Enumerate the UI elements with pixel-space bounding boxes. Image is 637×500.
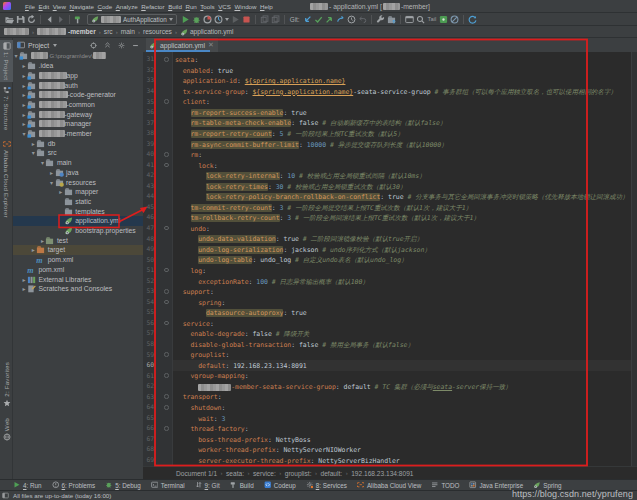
tree-item-java[interactable]: ▸java [13,167,143,177]
breadcrumb-item[interactable]: -member [37,28,96,35]
locate-icon[interactable] [90,42,97,49]
menu-window[interactable]: Window [234,3,256,10]
code-line-45[interactable]: 45 tm-commit-retry-count: 3 # 一阶段全局提交结果上… [143,202,637,213]
tree-item-auth[interactable]: ▸auth [13,80,143,90]
code-line-51[interactable]: 51 log: [143,265,637,276]
fold-marker-icon[interactable] [164,152,169,157]
chevron-down-icon[interactable] [225,18,229,21]
tree-item-root[interactable]: ▾G:\program\dev\ [13,51,143,61]
fold-marker-icon[interactable] [164,352,169,357]
tree-item-bootstrap.properties[interactable]: bootstrap.properties [13,226,143,236]
fold-marker-icon[interactable] [164,300,169,305]
rollback-icon-button[interactable] [335,14,346,25]
stripe-alibaba-cloud-explorer[interactable]: Alibaba Cloud Explorer [0,138,13,220]
code-line-41[interactable]: 41 lock: [143,160,637,171]
collapse-all-icon[interactable] [104,42,111,49]
reload-icon-button[interactable] [467,14,478,25]
editor-breadcrumb-item[interactable]: seata: [226,470,244,477]
tree-item-db[interactable]: ▸db [13,138,143,148]
toolwindow-build[interactable]: Build [230,481,254,489]
stop-icon-button[interactable] [241,14,252,25]
menu-navigate[interactable]: Navigate [69,3,93,10]
code-line-32[interactable]: 32 enabled: true [143,65,637,76]
tree-item-test[interactable]: ▸test [13,235,143,245]
debug-icon-button[interactable] [191,14,202,25]
stripe--favorites[interactable]: 2: Favorites [0,360,13,409]
sync-icon-button[interactable] [26,14,37,25]
stripe--project[interactable]: 1: Project [0,40,13,82]
tree-item-static[interactable]: static [13,196,143,206]
fold-marker-icon[interactable] [164,426,169,431]
code-line-37[interactable]: 37 rm-table-meta-check-enable: false # 自… [143,118,637,129]
code-line-56[interactable]: 56 service: [143,318,637,329]
menu-analyze[interactable]: Analyze [116,3,138,10]
forward-icon-button[interactable] [55,14,66,25]
code-line-59[interactable]: 59 grouplist: [143,350,637,361]
tree-item--code-generator[interactable]: ▸-code-generator [13,90,143,100]
open-folder-icon-button[interactable] [4,14,15,25]
code-line-43[interactable]: 43 lock-retry-times: 30 # 校验或占用全局锁重试次数（默… [143,181,637,192]
gear-icon[interactable] [118,42,125,49]
menu-help[interactable]: Help [260,3,273,10]
code-line-61[interactable]: 61 vgroup-mapping: [143,371,637,382]
fold-marker-icon[interactable] [164,405,169,410]
code-line-33[interactable]: 33 application-id: ${spring.application.… [143,76,637,87]
menu-view[interactable]: View [53,3,66,10]
terminal-run-icon-button[interactable] [404,14,415,25]
copy-dim-icon-button[interactable] [259,14,270,25]
code-area[interactable]: 31seata:32 enabled: true33 application-i… [143,52,637,466]
tree-item-mapper[interactable]: ▸mapper [13,187,143,197]
code-line-58[interactable]: 58 disable-global-transaction: false # 禁… [143,339,637,350]
code-line-49[interactable]: 49 undo-log-serialization: jackson # und… [143,244,637,255]
project-view-caret-icon[interactable] [53,44,57,47]
fold-marker-icon[interactable] [164,99,169,104]
tree-item--gateway[interactable]: ▸-gateway [13,109,143,119]
remote-run-icon-button[interactable] [438,14,449,25]
toolwindow-terminal[interactable]: Terminal [151,481,185,489]
code-line-39[interactable]: 39 rm-async-commit-buffer-limit: 10000 #… [143,139,637,150]
code-line-52[interactable]: 52 exceptionRate: 100 # 日志异常输出概率（默认100） [143,276,637,287]
code-line-60[interactable]: 60 default: 192.168.23.134:8091 [143,360,637,371]
menu-tools[interactable]: Tools [200,3,214,10]
breadcrumb-item[interactable]: application.yml [180,28,234,36]
fold-marker-icon[interactable] [164,373,169,378]
forbid-icon-button[interactable] [449,14,460,25]
tree-item--member[interactable]: ▾-member [13,129,143,139]
code-line-53[interactable]: 53 support: [143,286,637,297]
tree-item-main[interactable]: ▾main [13,158,143,168]
hide-icon[interactable] [132,42,139,49]
copy-dim-icon-button[interactable] [270,14,281,25]
stripe--structure[interactable]: 7: Structure [0,84,13,132]
tail-label[interactable]: Tail [428,16,437,22]
code-line-69[interactable]: 69 server-executor-thread-prefix: NettyS… [143,455,637,466]
toolwindow-alibaba-cloud-view[interactable]: Alibaba Cloud View [357,481,422,489]
breadcrumb-item[interactable]: resources [143,28,172,35]
tree-item-manager[interactable]: ▸manager [13,119,143,129]
run-icon-button[interactable] [180,14,191,25]
editor-breadcrumb-item[interactable]: service: [253,470,276,477]
menu-edit[interactable]: Edit [38,3,49,10]
code-line-54[interactable]: 54 spring: [143,297,637,308]
fold-marker-icon[interactable] [164,321,169,326]
run-disabled-icon-button[interactable] [230,14,241,25]
menu-refactor[interactable]: Refactor [141,3,164,10]
code-line-55[interactable]: 55 datasource-autoproxy: true [143,308,637,319]
tree-item-src[interactable]: ▾src [13,148,143,158]
toolwindow-todo[interactable]: TODO [431,481,459,489]
fold-marker-icon[interactable] [164,163,169,168]
menu-file[interactable]: File [25,3,35,10]
code-line-44[interactable]: 44 lock-retry-policy-branch-rollback-on-… [143,192,637,203]
toolwindow-java-enterprise[interactable]: Java Enterprise [469,481,523,489]
code-line-68[interactable]: 68 worker-thread-prefix: NettyServerNIOW… [143,445,637,456]
code-line-64[interactable]: 64 shutdown: [143,402,637,413]
toolwindow-codeup[interactable]: Codeup [264,481,296,489]
back-icon-button[interactable] [44,14,55,25]
tree-item-.idea[interactable]: ▸.idea [13,61,143,71]
tree-item-resources[interactable]: ▾resources [13,177,143,187]
menu-run[interactable]: Run [185,3,196,10]
commit-icon-button[interactable] [313,14,324,25]
editor-scrollbar[interactable] [631,52,637,466]
tree-item-app[interactable]: ▸app [13,70,143,80]
menu-code[interactable]: Code [97,3,112,10]
code-line-48[interactable]: 48 undo-data-validation: true # 二阶段回滚镜像校… [143,234,637,245]
